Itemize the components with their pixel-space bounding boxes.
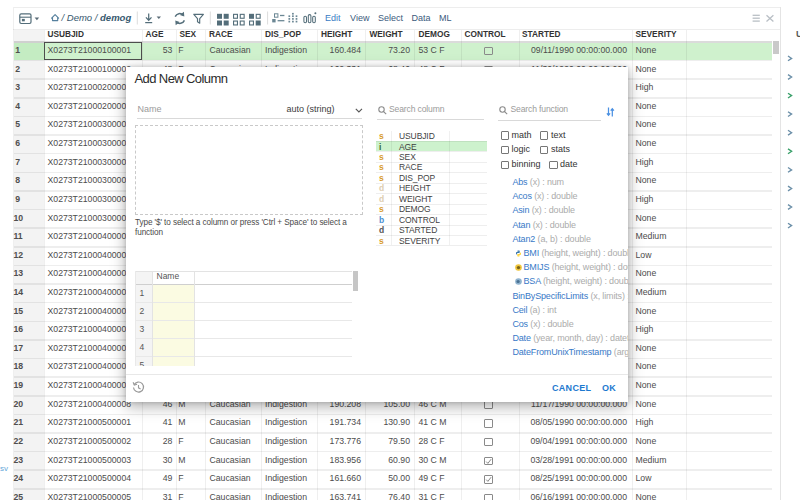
svg-text:Edit: Edit xyxy=(325,13,341,23)
svg-text:/ Demo / demog: / Demo / demog xyxy=(61,12,132,23)
svg-text:Select: Select xyxy=(378,13,404,23)
svg-text:ML: ML xyxy=(439,13,452,23)
svg-text:View: View xyxy=(350,13,370,23)
svg-text:Data: Data xyxy=(412,13,431,23)
